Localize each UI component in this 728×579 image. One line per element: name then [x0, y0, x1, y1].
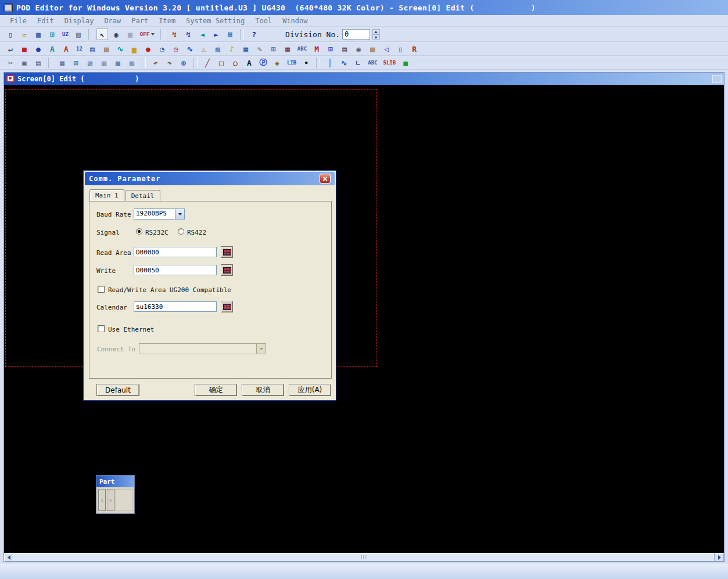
palette-slot[interactable]: [116, 489, 132, 511]
menu-window[interactable]: Window: [277, 16, 313, 26]
scroll-right-icon[interactable]: [715, 553, 724, 562]
menu-edit[interactable]: Edit: [32, 16, 59, 26]
uz-file-icon[interactable]: UZ: [60, 28, 70, 40]
child-window-control[interactable]: [712, 75, 722, 83]
macro-m-icon[interactable]: M: [311, 43, 322, 55]
slib-tool-icon[interactable]: SLIB: [382, 57, 398, 69]
abc-def-tool-icon[interactable]: ABC: [366, 57, 379, 69]
zoom-icon[interactable]: ⊕: [178, 57, 189, 69]
clock-part-icon[interactable]: ◷: [170, 43, 182, 55]
angle-tool-icon[interactable]: ∟: [352, 57, 364, 69]
dialog-titlebar[interactable]: Comm. Parameter: [85, 172, 335, 185]
abc-part-icon[interactable]: ABC: [296, 43, 309, 55]
display-eyes-icon[interactable]: ◉: [110, 28, 122, 40]
recipe-r-icon[interactable]: R: [408, 43, 420, 55]
radio-rs422[interactable]: [178, 228, 184, 235]
default-button[interactable]: Default: [96, 384, 139, 396]
graph-part-icon[interactable]: ∿: [114, 43, 126, 55]
comment-display-part-icon[interactable]: ▥: [101, 43, 112, 55]
copy-icon[interactable]: ▣: [19, 57, 30, 69]
vline-tool-icon[interactable]: │: [324, 57, 336, 69]
apply-button[interactable]: 应用(A): [289, 384, 331, 396]
meter-part-icon[interactable]: ◔: [156, 43, 168, 55]
overlap-off-dropdown[interactable]: OFF: [138, 28, 156, 40]
ug200-compat-label[interactable]: Read/Write Area UG200 Compatible: [108, 286, 231, 294]
menu-file[interactable]: File: [5, 16, 32, 26]
keypad-part-icon[interactable]: ▤: [339, 43, 350, 55]
menu-tool[interactable]: Tool: [250, 16, 277, 26]
help-icon[interactable]: ?: [248, 28, 260, 40]
menu-item[interactable]: Item: [153, 16, 181, 26]
paint-tool-icon[interactable]: Ⓟ: [257, 57, 269, 69]
ok-button[interactable]: 确定: [195, 384, 237, 396]
data-block-part-icon[interactable]: ▦: [240, 43, 252, 55]
redo-icon[interactable]: ↷: [164, 57, 175, 69]
grid-part-icon[interactable]: ⊞: [268, 43, 279, 55]
write-keypad-icon[interactable]: [221, 264, 233, 276]
box-tool-icon[interactable]: □: [216, 57, 227, 69]
new-file-icon[interactable]: ▯: [5, 28, 16, 40]
open-file-icon[interactable]: ▱: [19, 28, 30, 40]
read-area-keypad-icon[interactable]: [221, 246, 233, 258]
calendar-input[interactable]: [134, 301, 217, 312]
order-front-icon[interactable]: ▩: [112, 57, 124, 69]
edit-pattern-part-icon[interactable]: ✎: [254, 43, 266, 55]
numeric-display-part-icon[interactable]: 12: [74, 43, 84, 55]
use-ethernet-label[interactable]: Use Ethernet: [108, 326, 154, 333]
menu-part[interactable]: Part: [126, 16, 153, 26]
use-ethernet-checkbox[interactable]: [98, 325, 105, 332]
snap-icon[interactable]: ▧: [84, 57, 96, 69]
circle-tool-icon[interactable]: ○: [229, 57, 241, 69]
bar-graph-part-icon[interactable]: ▅: [128, 43, 140, 55]
print-icon[interactable]: ▤: [73, 28, 84, 40]
group-icon[interactable]: ▥: [98, 57, 110, 69]
calendar-keypad-icon[interactable]: [221, 301, 233, 312]
spinner-up-icon[interactable]: [372, 29, 380, 34]
polyline-tool-icon[interactable]: ∿: [338, 57, 350, 69]
dropdown-arrow-icon[interactable]: [151, 33, 155, 35]
alarm-part-icon[interactable]: ⚠: [198, 43, 210, 55]
table-part-icon[interactable]: ▦: [282, 43, 293, 55]
back-screen-icon[interactable]: ◄: [196, 28, 208, 40]
screen-list-icon[interactable]: ⊞: [224, 28, 236, 40]
menu-system-setting[interactable]: System Setting: [181, 16, 250, 26]
dot-tool-icon[interactable]: •: [300, 57, 312, 69]
radio-rs232c-label[interactable]: RS232C: [145, 229, 168, 236]
radio-rs422-label[interactable]: RS422: [187, 229, 206, 236]
undo-icon[interactable]: ↶: [150, 57, 162, 69]
tab-main1[interactable]: Main 1: [89, 189, 124, 201]
spinner-down-icon[interactable]: [372, 34, 380, 39]
grid-setting-icon[interactable]: ⊞: [70, 57, 82, 69]
message-display-part-icon[interactable]: ▤: [87, 43, 98, 55]
menu-draw[interactable]: Draw: [99, 16, 126, 26]
scroll-left-icon[interactable]: [4, 553, 13, 562]
pie-graph-part-icon[interactable]: ●: [142, 43, 154, 55]
write-input[interactable]: [134, 265, 217, 275]
menu-display[interactable]: Display: [59, 16, 99, 26]
memo-part-icon[interactable]: ▯: [395, 43, 406, 55]
division-input[interactable]: [342, 29, 370, 39]
ug200-compat-checkbox[interactable]: [98, 286, 105, 293]
part-palette-titlebar[interactable]: Part: [96, 476, 134, 487]
pattern-tool-icon[interactable]: ◈: [271, 57, 283, 69]
fill-color-icon[interactable]: ■: [400, 57, 411, 69]
bell-part-icon[interactable]: ♪: [226, 43, 238, 55]
trend-part-icon[interactable]: ∿: [184, 43, 196, 55]
order-back-icon[interactable]: ▨: [126, 57, 138, 69]
chevron-down-icon[interactable]: [175, 209, 184, 219]
exit-part-icon[interactable]: ↵: [5, 43, 16, 55]
sampling-part-icon[interactable]: ▨: [212, 43, 224, 55]
save-icon[interactable]: ▦: [33, 28, 44, 40]
radio-rs232c[interactable]: [136, 228, 142, 235]
screen-image-icon[interactable]: ⊡: [46, 28, 58, 40]
read-area-input[interactable]: [134, 247, 217, 257]
palette-next-icon[interactable]: ›: [107, 489, 114, 511]
text-tool-icon[interactable]: A: [243, 57, 255, 69]
lamp-part-icon[interactable]: ●: [33, 43, 44, 55]
download-transfer-icon[interactable]: ↯: [168, 28, 180, 40]
paste-icon[interactable]: ▤: [33, 57, 44, 69]
cancel-button[interactable]: 取消: [242, 384, 284, 396]
upload-transfer-icon[interactable]: ↯: [182, 28, 194, 40]
char-display-part-icon[interactable]: A: [60, 43, 72, 55]
grid-display-icon[interactable]: ▦: [124, 28, 136, 40]
